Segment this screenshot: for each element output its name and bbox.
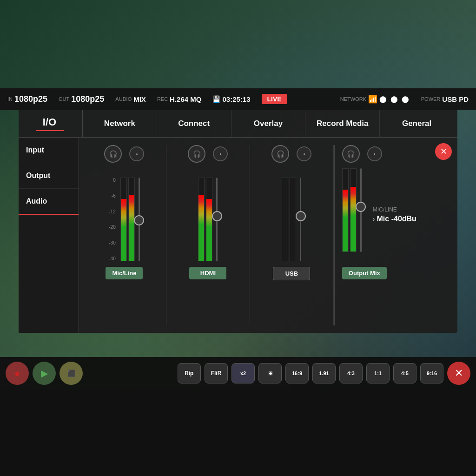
sidebar-item-output[interactable]: Output bbox=[19, 163, 79, 189]
live-badge[interactable]: LIVE bbox=[262, 95, 287, 103]
in-label: IN bbox=[7, 96, 13, 102]
play-button[interactable]: ▶ bbox=[33, 362, 56, 385]
time-value: 03:25:13 bbox=[222, 95, 250, 103]
knobs-row-mic: 🎧 bbox=[104, 145, 144, 163]
ratio-1-1-button[interactable]: 1:1 bbox=[366, 363, 390, 383]
ratio-16-9-button[interactable]: 16:9 bbox=[285, 363, 309, 383]
fader-col-record bbox=[360, 168, 362, 252]
fader-col-hdmi bbox=[216, 178, 218, 261]
io-tab-underline bbox=[36, 130, 64, 131]
fader-thumb-usb[interactable] bbox=[296, 211, 306, 221]
headphone-knob-record[interactable]: 🎧 bbox=[342, 145, 360, 163]
out-label: OUT bbox=[59, 96, 69, 102]
vu-fill-right-hdmi bbox=[206, 199, 212, 261]
flip-h-button[interactable]: qiЯ bbox=[178, 363, 201, 383]
play-icon: ▶ bbox=[41, 368, 48, 379]
tab-general[interactable]: General bbox=[380, 110, 454, 137]
sidebar-item-audio[interactable]: Audio bbox=[19, 189, 79, 215]
record-icon: ● bbox=[14, 368, 20, 379]
stop-icon: ⬛ bbox=[67, 370, 75, 377]
sidebar-item-input[interactable]: Input bbox=[19, 138, 79, 163]
power-value: USB PD bbox=[442, 95, 469, 103]
vu-bar-right-record bbox=[350, 168, 357, 252]
input-status: IN 1080p25 bbox=[7, 94, 47, 104]
channel-btn-usb[interactable]: USB bbox=[273, 267, 310, 280]
record-media-section: ✕ 🎧 bbox=[334, 145, 454, 325]
level-knob-usb[interactable] bbox=[297, 146, 311, 161]
ratio-1-91-button[interactable]: 1.91 bbox=[312, 363, 336, 383]
tab-network[interactable]: Network bbox=[83, 110, 157, 137]
flip-v-button[interactable]: FliR bbox=[205, 363, 228, 383]
toolbar-close-button[interactable]: ✕ bbox=[447, 362, 470, 385]
fader-thumb-hdmi[interactable] bbox=[212, 211, 222, 221]
knob-dot-hdmi bbox=[220, 153, 221, 155]
ratio-9-16-button[interactable]: 9:16 bbox=[420, 363, 443, 383]
channel-btn-mic[interactable]: Mic/Line bbox=[106, 267, 143, 279]
mic-line-info: MIC/LINE › Mic -40dBu bbox=[373, 168, 416, 261]
vu-fill-left-record bbox=[343, 190, 348, 252]
panel-body: Input Output Audio 🎧 bbox=[19, 138, 457, 333]
sidebar: Input Output Audio bbox=[19, 138, 79, 333]
zoom-2x-button[interactable]: x2 bbox=[231, 363, 255, 383]
io-tab[interactable]: I/O bbox=[22, 110, 83, 137]
ratio-4-5-label: 4:5 bbox=[401, 370, 409, 376]
stop-button[interactable]: ⬛ bbox=[60, 362, 83, 385]
tab-connect[interactable]: Connect bbox=[157, 110, 231, 137]
vu-fill-left-hdmi bbox=[198, 195, 204, 261]
ratio-9-16-label: 9:16 bbox=[427, 370, 437, 376]
rec-value: H.264 MQ bbox=[170, 95, 201, 103]
rec-label: REC bbox=[157, 96, 168, 102]
audio-value: MIX bbox=[133, 95, 146, 103]
ratio-4-5-button[interactable]: 4:5 bbox=[393, 363, 416, 383]
fader-thumb-mic[interactable] bbox=[134, 215, 144, 225]
headphone-knob-mic[interactable]: 🎧 bbox=[104, 145, 122, 163]
vu-bar-left-usb bbox=[282, 178, 288, 261]
ratio-4-3-button[interactable]: 4:3 bbox=[339, 363, 363, 383]
level-knob-record[interactable] bbox=[367, 146, 382, 161]
fader-track-usb[interactable] bbox=[300, 178, 301, 261]
level-knob-mic[interactable] bbox=[129, 146, 144, 161]
fader-track-hdmi[interactable] bbox=[216, 178, 218, 261]
vu-meter-usb bbox=[282, 178, 296, 261]
vu-bar-left-hdmi bbox=[198, 178, 205, 261]
zoom-2x-label: x2 bbox=[240, 370, 246, 376]
flip-v-label: FliR bbox=[211, 370, 222, 377]
power-label: POWER bbox=[421, 96, 441, 102]
io-tab-label: I/O bbox=[43, 116, 56, 128]
time-status: 💾 03:25:13 bbox=[212, 95, 250, 103]
vu-meter-record bbox=[342, 168, 357, 252]
level-knob-hdmi[interactable] bbox=[213, 146, 228, 161]
knob-dot-record bbox=[374, 153, 375, 155]
channel-btn-record[interactable]: Output Mix bbox=[342, 267, 387, 279]
audio-label: AUDIO bbox=[115, 96, 132, 102]
bottom-area bbox=[0, 390, 476, 476]
knobs-row-hdmi: 🎧 bbox=[188, 145, 228, 163]
channel-btn-hdmi[interactable]: HDMI bbox=[189, 267, 226, 279]
tab-overlay[interactable]: Overlay bbox=[231, 110, 306, 137]
channel-hdmi: 🎧 bbox=[166, 145, 250, 325]
headphone-knob-usb[interactable]: 🎧 bbox=[271, 145, 289, 163]
fader-col-usb bbox=[300, 178, 301, 261]
fader-thumb-record[interactable] bbox=[356, 202, 366, 212]
record-meter-fader: MIC/LINE › Mic -40dBu bbox=[342, 168, 416, 261]
channel-usb: 🎧 bbox=[250, 145, 334, 325]
close-record-media-button[interactable]: ✕ bbox=[435, 143, 452, 160]
output-status: OUT 1080p25 bbox=[59, 94, 104, 104]
vu-fill-right-record bbox=[350, 187, 356, 251]
fader-col-mic bbox=[139, 178, 140, 261]
tab-record-media[interactable]: Record Media bbox=[305, 110, 380, 137]
rec-status: REC H.264 MQ bbox=[157, 95, 202, 103]
tab-header: I/O Network Connect Overlay Record Media… bbox=[19, 110, 457, 138]
knobs-row-usb: 🎧 bbox=[271, 145, 311, 163]
vu-bar-left-record bbox=[342, 168, 349, 252]
headphone-icon-hdmi: 🎧 bbox=[193, 150, 201, 158]
meter-fader-mic: 0 -6 -12 -20 -30 -40 bbox=[109, 168, 139, 261]
vu-bar-right-hdmi bbox=[206, 178, 212, 261]
knobs-row-record: 🎧 bbox=[342, 145, 382, 163]
grid-button[interactable]: ⊞ bbox=[258, 363, 282, 383]
fader-track-record[interactable] bbox=[360, 168, 362, 252]
headphone-knob-hdmi[interactable]: 🎧 bbox=[188, 145, 205, 163]
fader-track-mic[interactable] bbox=[139, 178, 140, 261]
mic-line-label: MIC/LINE bbox=[373, 206, 416, 213]
record-button[interactable]: ● bbox=[6, 362, 29, 385]
